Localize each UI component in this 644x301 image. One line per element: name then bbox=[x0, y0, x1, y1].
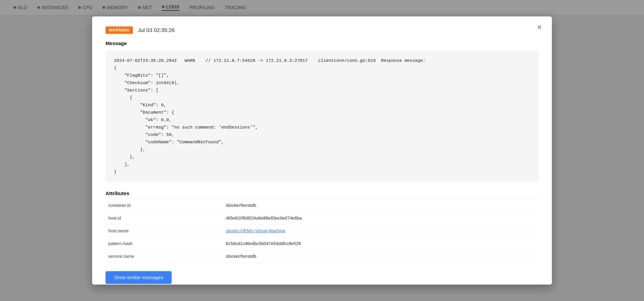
attribute-row: host.id465e610fb9524a6e88e83ec0e074e6ba bbox=[106, 212, 538, 225]
attribute-key: service.name bbox=[106, 250, 223, 263]
show-similar-button[interactable]: Show similar messages bbox=[106, 271, 172, 284]
attribute-row: pattern.hash815dcd1cd6edbc5b047e54ddfcc8… bbox=[106, 237, 538, 250]
modal-dialog: WARNING Jul 03 02:35:26 × Message 2024-0… bbox=[92, 16, 552, 285]
attribute-key: host.name bbox=[106, 225, 223, 237]
attribute-row: service.name/docker/ferretdb bbox=[106, 250, 538, 263]
modal-header: WARNING Jul 03 02:35:26 bbox=[106, 26, 538, 34]
attribute-key: container.id bbox=[106, 199, 223, 212]
attributes-section: Attributes container.id/docker/ferretdbh… bbox=[106, 191, 538, 263]
message-section-title: Message bbox=[106, 40, 538, 46]
modal-overlay: WARNING Jul 03 02:35:26 × Message 2024-0… bbox=[0, 0, 644, 301]
severity-badge: WARNING bbox=[106, 26, 133, 34]
attributes-table: container.id/docker/ferretdbhost.id465e6… bbox=[106, 199, 538, 263]
attribute-value: 815dcd1cd6edbc5b047e54ddfcc8e528 bbox=[223, 237, 538, 250]
attributes-title: Attributes bbox=[106, 191, 538, 196]
attribute-value[interactable]: ubuntu-QEMU-Virtual-Machine bbox=[223, 225, 538, 237]
message-content: 2024-07-02T23:35:26.294Z WARN // 172.21.… bbox=[106, 50, 538, 182]
modal-close-button[interactable]: × bbox=[537, 23, 542, 31]
attribute-key: pattern.hash bbox=[106, 237, 223, 250]
attribute-row: container.id/docker/ferretdb bbox=[106, 199, 538, 212]
attribute-value: /docker/ferretdb bbox=[223, 199, 538, 212]
attribute-row: host.nameubuntu-QEMU-Virtual-Machine bbox=[106, 225, 538, 237]
attribute-value: 465e610fb9524a6e88e83ec0e074e6ba bbox=[223, 212, 538, 225]
modal-timestamp: Jul 03 02:35:26 bbox=[138, 27, 175, 33]
attribute-key: host.id bbox=[106, 212, 223, 225]
attribute-value: /docker/ferretdb bbox=[223, 250, 538, 263]
